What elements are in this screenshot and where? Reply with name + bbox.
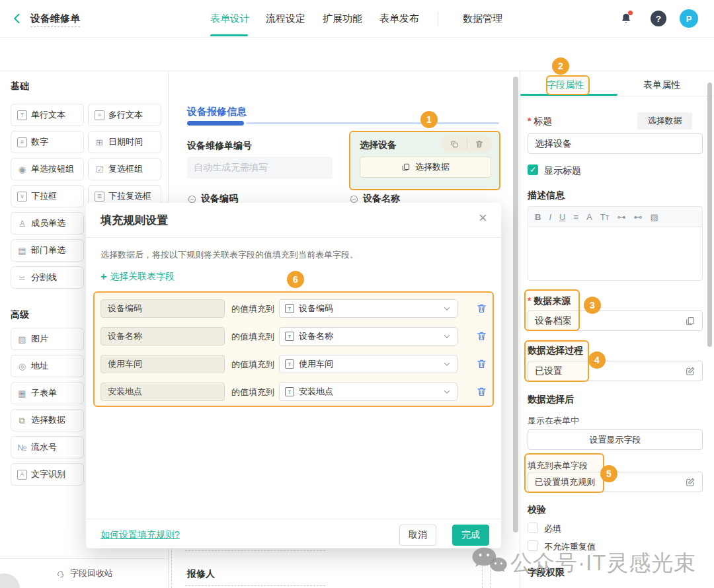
radio-group-icon: ◉: [17, 165, 27, 174]
select-data-button[interactable]: 选择数据: [360, 157, 491, 178]
data-process-input[interactable]: 已设置: [528, 361, 703, 381]
field-type-radio-group[interactable]: ◉单选按钮组: [11, 158, 84, 180]
rule-fill-text: 的值填充到: [231, 359, 274, 371]
rule-target-dropdown[interactable]: T 设备名称: [279, 327, 457, 346]
pill-divider: [467, 139, 467, 149]
data-source-link-icon[interactable]: [685, 316, 695, 326]
field-type-image[interactable]: ▨图片: [11, 328, 84, 350]
member-icon: ♙: [17, 219, 27, 228]
field-type-address[interactable]: ◎地址: [11, 355, 84, 377]
unlink-icon[interactable]: ⊷: [634, 212, 643, 222]
modal-close-icon[interactable]: ×: [479, 211, 487, 225]
font-color-icon[interactable]: A: [586, 212, 592, 222]
help-icon[interactable]: ?: [651, 11, 666, 26]
serial-field-label: 设备维修单编号: [187, 140, 252, 152]
rule-delete-icon[interactable]: [476, 386, 487, 397]
subform-icon: ▦: [17, 389, 27, 398]
no-duplicate-checkbox[interactable]: [528, 540, 538, 551]
number-icon: #: [17, 137, 27, 147]
data-source-label: 数据来源: [534, 295, 571, 306]
rule-target-dropdown[interactable]: T 设备编码: [279, 299, 457, 318]
data-source-label-row: * 数据来源: [528, 295, 571, 307]
tab-extensions[interactable]: 扩展功能: [323, 13, 362, 25]
set-display-fields-button[interactable]: 设置显示字段: [528, 429, 703, 450]
title-value-input[interactable]: 选择设备: [528, 133, 703, 154]
data-process-label: 数据选择过程: [528, 345, 583, 357]
reporter-field-label: 报修人: [187, 568, 215, 580]
text-field-type-icon: T: [285, 304, 294, 313]
notification-bell-icon[interactable]: [619, 11, 633, 26]
rule-delete-icon[interactable]: [476, 358, 487, 369]
how-to-set-rules-link[interactable]: 如何设置填充规则?: [100, 529, 180, 541]
italic-icon[interactable]: I: [549, 212, 551, 222]
underline-icon[interactable]: U: [559, 212, 565, 222]
add-related-field-link[interactable]: + 选择关联表字段: [100, 271, 175, 283]
ocr-icon: A: [17, 470, 27, 480]
field-type-multi-text[interactable]: ≡多行文本: [88, 104, 161, 126]
canvas-scrollbar[interactable]: [513, 77, 518, 533]
basic-section-title: 基础: [11, 81, 29, 92]
data-process-edit-icon[interactable]: [685, 366, 695, 377]
show-title-label: 显示标题: [544, 165, 581, 177]
tab-form-publish[interactable]: 表单发布: [379, 13, 419, 25]
selected-field-card[interactable]: 选择设备 选择数据: [349, 131, 500, 190]
field-type-serial-number[interactable]: №流水号: [11, 436, 84, 459]
rule-target-dropdown[interactable]: T 使用车间: [279, 355, 457, 373]
font-size-icon[interactable]: Tт: [600, 212, 610, 222]
required-checkbox[interactable]: [528, 523, 538, 533]
select-device-field-label: 选择设备: [360, 139, 397, 151]
panel-scrollbar[interactable]: [707, 83, 712, 347]
header-divider: [438, 12, 438, 26]
annotation-badge-4: 4: [588, 351, 606, 369]
link-icon[interactable]: ⊶: [617, 212, 626, 222]
tab-field-properties[interactable]: 字段属性: [547, 79, 584, 91]
tab-data-management[interactable]: 数据管理: [463, 13, 502, 25]
field-type-member-select[interactable]: ♙成员单选: [11, 212, 84, 235]
field-type-department-select[interactable]: ▤部门单选: [11, 239, 84, 262]
data-source-input[interactable]: 设备档案: [528, 311, 703, 331]
rule-source-field: 使用车间: [100, 355, 225, 373]
rule-delete-icon[interactable]: [476, 303, 487, 314]
field-type-subform[interactable]: ▦子表单: [11, 382, 84, 404]
form-section-title[interactable]: 设备报修信息: [187, 106, 247, 118]
field-type-ocr[interactable]: A文字识别: [11, 463, 84, 486]
field-type-number[interactable]: #数字: [11, 131, 84, 153]
show-title-checkbox[interactable]: ✓: [528, 165, 538, 175]
tab-flow-setting[interactable]: 流程设定: [266, 13, 305, 25]
recycle-icon: [56, 569, 65, 579]
rule-source-field: 设备编码: [100, 299, 225, 318]
image-icon[interactable]: ▨: [651, 212, 658, 222]
copy-field-icon[interactable]: [450, 139, 459, 149]
field-type-dropdown[interactable]: ∨下拉框: [11, 185, 84, 207]
done-button[interactable]: 完成: [452, 525, 489, 546]
tab-form-properties[interactable]: 表单属性: [643, 79, 680, 91]
bold-icon[interactable]: B: [535, 212, 541, 222]
rule-fill-text: 的值填充到: [231, 303, 274, 315]
description-textarea[interactable]: [528, 227, 703, 281]
field-type-checkbox-group[interactable]: ☑复选框组: [88, 158, 161, 180]
title-select-data-chip[interactable]: 选择数据: [637, 112, 692, 129]
avatar[interactable]: P: [680, 9, 698, 28]
field-type-divider[interactable]: ≍分割线: [11, 266, 84, 289]
required-label: 必填: [544, 523, 561, 535]
align-icon[interactable]: ≡: [573, 212, 578, 222]
panel-tabs-divider: [520, 96, 714, 96]
show-in-form-label: 显示在表单中: [528, 415, 579, 427]
field-type-datetime[interactable]: ⊞日期时间: [88, 131, 161, 153]
rule-delete-icon[interactable]: [476, 330, 487, 342]
text-field-type-icon: T: [285, 387, 294, 396]
no-duplicate-label: 不允许重复值: [544, 541, 596, 553]
serial-field-input[interactable]: 自动生成无需填写: [187, 157, 333, 179]
rule-target-dropdown[interactable]: T 安装地点: [279, 383, 457, 401]
field-recycle-bin[interactable]: 字段回收站: [0, 558, 169, 588]
annotation-badge-1: 1: [420, 111, 438, 128]
cancel-button[interactable]: 取消: [399, 525, 436, 546]
field-type-single-text[interactable]: T单行文本: [11, 104, 84, 126]
multi-text-icon: ≡: [95, 110, 104, 120]
fill-rules-edit-icon[interactable]: [685, 477, 695, 488]
modal-title: 填充规则设置: [100, 213, 168, 228]
field-type-select-data[interactable]: ⧉选择数据: [11, 409, 84, 431]
delete-field-icon[interactable]: [475, 139, 484, 149]
tab-form-design[interactable]: 表单设计: [210, 13, 250, 25]
back-button[interactable]: [11, 12, 24, 25]
